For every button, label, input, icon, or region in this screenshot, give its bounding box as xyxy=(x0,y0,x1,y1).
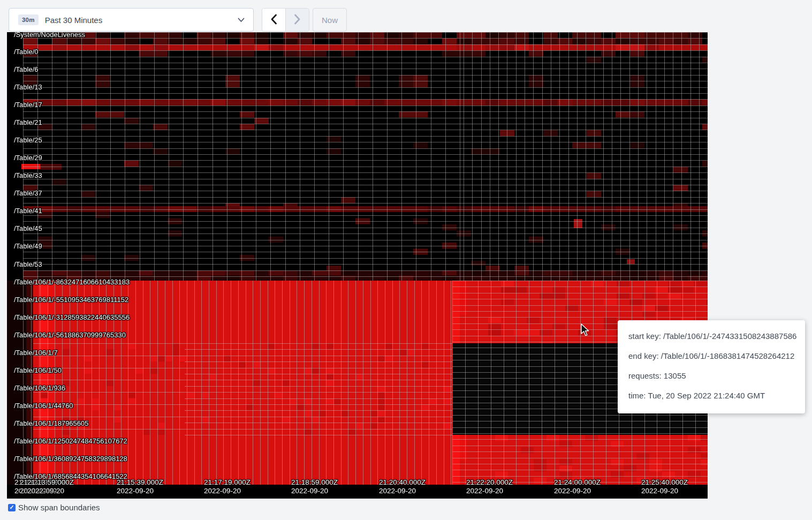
show-span-boundaries-label: Show span boundaries xyxy=(18,503,100,512)
chevron-left-icon xyxy=(270,14,277,26)
show-span-boundaries-checkbox[interactable]: ✓ xyxy=(8,504,16,511)
cell-tooltip: start key: /Table/106/1/-247433150824388… xyxy=(618,320,805,413)
time-nav-button-group xyxy=(262,8,309,32)
tooltip-end-key: end key: /Table/106/1/-18683814745282642… xyxy=(628,346,794,366)
heatmap-canvas[interactable] xyxy=(7,32,708,499)
time-window-label: Past 30 Minutes xyxy=(45,16,103,25)
next-time-button[interactable] xyxy=(286,9,309,31)
key-visualizer-chart[interactable]: /System/NodeLiveness/Table/0/Table/6/Tab… xyxy=(7,32,708,499)
tooltip-requests: requests: 13055 xyxy=(628,366,794,386)
chevron-down-icon xyxy=(238,18,245,22)
previous-time-button[interactable] xyxy=(262,9,285,31)
time-window-dropdown[interactable]: 30m Past 30 Minutes xyxy=(9,8,254,32)
time-window-badge: 30m xyxy=(18,14,39,25)
chevron-right-icon xyxy=(294,14,301,26)
tooltip-start-key: start key: /Table/106/1/-247433150824388… xyxy=(628,326,794,346)
now-button[interactable]: Now xyxy=(313,8,347,32)
span-boundaries-row: ✓ Show span boundaries xyxy=(8,503,100,512)
tooltip-time: time: Tue, 20 Sep 2022 21:24:40 GMT xyxy=(628,386,794,405)
key-visualizer-page: 30m Past 30 Minutes Now /System/NodeLive… xyxy=(0,0,812,520)
